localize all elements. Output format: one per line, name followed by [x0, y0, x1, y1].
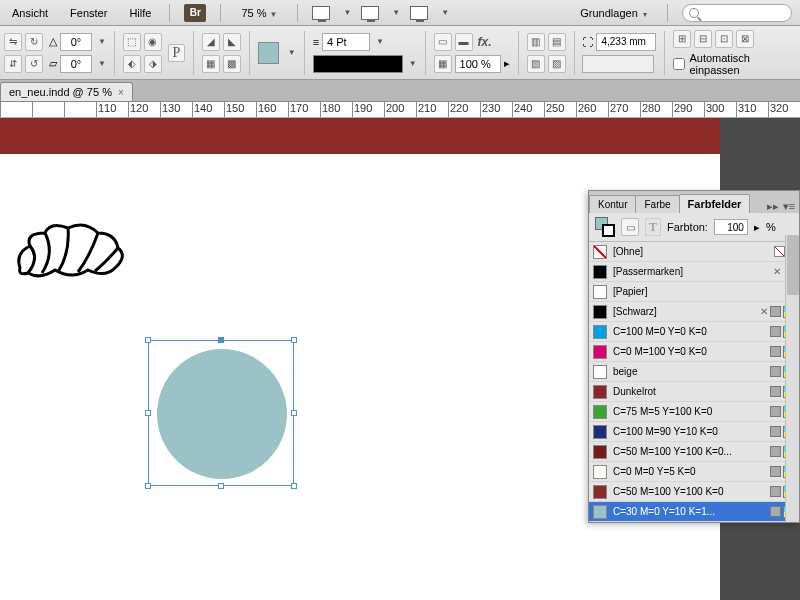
close-icon[interactable]: × — [118, 87, 124, 98]
screen-mode-normal-icon[interactable] — [312, 6, 330, 20]
text-wrap-shape-icon[interactable]: ▧ — [527, 55, 545, 73]
swatch-chip — [593, 325, 607, 339]
shear-icon: ▱ — [49, 57, 57, 70]
panel-menu-icon[interactable]: ▾≡ — [783, 200, 795, 213]
swatch-chip — [593, 345, 607, 359]
scroll-thumb[interactable] — [787, 235, 799, 295]
angle-icon: △ — [49, 35, 57, 48]
croissant-graphic[interactable] — [10, 218, 130, 290]
collapse-icon[interactable]: ▸▸ — [767, 200, 779, 213]
center-content-icon[interactable]: ⊡ — [715, 30, 733, 48]
fit-content-icon[interactable]: ⊟ — [694, 30, 712, 48]
screen-mode-preview-icon[interactable] — [410, 6, 428, 20]
tint-slider-icon[interactable]: ▸ — [754, 221, 760, 234]
paragraph-icon[interactable]: P — [168, 44, 185, 62]
selection-bounding-box[interactable] — [148, 340, 294, 486]
container-format-icon[interactable]: ▭ — [621, 218, 639, 236]
fit-frame-icon[interactable]: ⊞ — [673, 30, 691, 48]
pathfinder-icon[interactable]: ▩ — [223, 55, 241, 73]
ruler-tick: 280 — [640, 102, 660, 118]
select-content-icon[interactable]: ◉ — [144, 33, 162, 51]
select-prev-icon[interactable]: ⬖ — [123, 55, 141, 73]
handle-bottom-right[interactable] — [291, 483, 297, 489]
text-wrap-jump-icon[interactable]: ▨ — [548, 55, 566, 73]
menu-window[interactable]: Fenster — [66, 5, 111, 21]
stroke-proxy[interactable] — [602, 224, 615, 237]
autofit-checkbox[interactable]: Automatisch einpassen — [673, 52, 796, 76]
swatch-row[interactable]: C=75 M=5 Y=100 K=0 — [589, 402, 799, 422]
handle-bottom-left[interactable] — [145, 483, 151, 489]
shear-field[interactable]: 0° — [60, 55, 92, 73]
text-format-icon[interactable]: T — [645, 218, 661, 236]
effects-icon[interactable]: ▦ — [202, 55, 220, 73]
handle-top-mid[interactable] — [218, 337, 224, 343]
document-tab[interactable]: en_neu.indd @ 75 % × — [0, 82, 133, 101]
rotation-field[interactable]: 0° — [60, 33, 92, 51]
opacity-icon: ▦ — [434, 55, 452, 73]
swatch-row[interactable]: [Passermarken]✕⊕ — [589, 262, 799, 282]
ruler-tick — [64, 102, 66, 118]
swatch-row[interactable]: [Papier] — [589, 282, 799, 302]
knockout-icon[interactable]: ▬ — [455, 33, 473, 51]
ruler-tick: 180 — [320, 102, 340, 118]
dimension-field[interactable]: 4,233 mm — [596, 33, 656, 51]
arrange-icon[interactable] — [361, 6, 379, 20]
swatch-name: C=50 M=100 Y=100 K=0... — [613, 446, 764, 457]
select-next-icon[interactable]: ⬗ — [144, 55, 162, 73]
tab-swatches[interactable]: Farbfelder — [679, 194, 751, 213]
stroke-style[interactable] — [313, 55, 403, 73]
fit-prop-icon[interactable]: ⊠ — [736, 30, 754, 48]
handle-mid-left[interactable] — [145, 410, 151, 416]
stroke-weight-field[interactable]: 4 Pt — [322, 33, 370, 51]
horizontal-ruler[interactable]: 1101201301401501601701801902002102202302… — [0, 102, 800, 118]
swatch-row[interactable]: C=100 M=90 Y=10 K=0 — [589, 422, 799, 442]
tint-field[interactable] — [714, 219, 748, 235]
process-icon — [770, 486, 781, 497]
swatch-name: [Ohne] — [613, 246, 768, 257]
workspace-switcher[interactable]: Grundlagen ▾ — [574, 5, 653, 21]
opacity-field[interactable]: 100 % — [455, 55, 501, 73]
rotate-icon[interactable]: ↻ — [25, 33, 43, 51]
swatch-row[interactable]: C=30 M=0 Y=10 K=1... — [589, 502, 799, 522]
tab-stroke[interactable]: Kontur — [589, 195, 636, 213]
swatch-row[interactable]: C=0 M=100 Y=0 K=0 — [589, 342, 799, 362]
swatch-row[interactable]: Dunkelrot — [589, 382, 799, 402]
chevron-down-icon: ▼ — [269, 10, 277, 19]
rotate-ccw-icon[interactable]: ↺ — [25, 55, 43, 73]
live-corner-icon[interactable]: ◣ — [223, 33, 241, 51]
scrollbar[interactable] — [785, 235, 799, 522]
flip-v-icon[interactable]: ⇵ — [4, 55, 22, 73]
swatch-row[interactable]: C=50 M=100 Y=100 K=0 — [589, 482, 799, 502]
swatch-chip — [593, 405, 607, 419]
tab-color[interactable]: Farbe — [635, 195, 679, 213]
bridge-icon[interactable]: Br — [184, 4, 206, 22]
text-wrap-none-icon[interactable]: ▥ — [527, 33, 545, 51]
swatch-row[interactable]: beige — [589, 362, 799, 382]
ellipse-object[interactable] — [157, 349, 287, 479]
swatch-row[interactable]: [Ohne]✕ — [589, 242, 799, 262]
handle-bottom-mid[interactable] — [218, 483, 224, 489]
search-input[interactable] — [682, 4, 792, 22]
select-container-icon[interactable]: ⬚ — [123, 33, 141, 51]
fill-stroke-toggle[interactable] — [595, 217, 615, 237]
swatch-row[interactable]: C=100 M=0 Y=0 K=0 — [589, 322, 799, 342]
corner-type[interactable] — [582, 55, 654, 73]
handle-top-left[interactable] — [145, 337, 151, 343]
lock-icon: ✕ — [760, 306, 768, 317]
zoom-level[interactable]: 75 %▼ — [235, 5, 283, 21]
menu-view[interactable]: Ansicht — [8, 5, 52, 21]
swatch-row[interactable]: C=50 M=100 Y=100 K=0... — [589, 442, 799, 462]
blend-icon[interactable]: ▭ — [434, 33, 452, 51]
corner-icon[interactable]: ◢ — [202, 33, 220, 51]
lock-icon: ✕ — [773, 266, 781, 277]
handle-mid-right[interactable] — [291, 410, 297, 416]
fx-icon[interactable]: fx. — [476, 35, 494, 49]
flip-h-icon[interactable]: ⇋ — [4, 33, 22, 51]
process-icon — [770, 446, 781, 457]
swatch-row[interactable]: C=0 M=0 Y=5 K=0 — [589, 462, 799, 482]
menu-help[interactable]: Hilfe — [125, 5, 155, 21]
swatch-row[interactable]: [Schwarz]✕ — [589, 302, 799, 322]
text-wrap-bound-icon[interactable]: ▤ — [548, 33, 566, 51]
handle-top-right[interactable] — [291, 337, 297, 343]
fill-swatch[interactable] — [258, 42, 279, 64]
